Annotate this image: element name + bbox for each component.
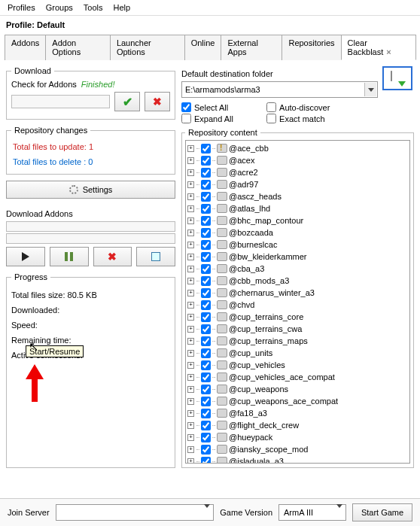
tree-checkbox[interactable]: [201, 409, 211, 418]
tab-clear-backblast[interactable]: Clear Backblast×: [341, 35, 416, 60]
expand-icon[interactable]: +: [187, 434, 194, 441]
check-cancel-button[interactable]: ✖: [145, 92, 170, 111]
tree-item[interactable]: +······@cup_terrains_maps: [187, 335, 408, 347]
expand-icon[interactable]: +: [187, 145, 194, 152]
tree-checkbox[interactable]: [201, 204, 211, 214]
tree-checkbox[interactable]: [201, 144, 211, 154]
tree-item[interactable]: +······@bw_kleiderkammer: [187, 251, 408, 263]
expand-icon[interactable]: +: [187, 446, 194, 453]
menu-tools[interactable]: Tools: [79, 2, 108, 14]
tree-checkbox[interactable]: [201, 433, 211, 442]
tree-item[interactable]: +······@chvd: [187, 299, 408, 311]
tree-item[interactable]: +······@iansky_scope_mod: [187, 443, 408, 455]
settings-button[interactable]: Settings: [6, 181, 175, 199]
expand-icon[interactable]: +: [187, 314, 194, 321]
expand-icon[interactable]: +: [187, 422, 194, 429]
tree-item[interactable]: +······@isladuala_a3: [187, 455, 408, 464]
expand-icon[interactable]: +: [187, 181, 194, 188]
expand-icon[interactable]: +: [187, 350, 194, 357]
tree-checkbox[interactable]: [201, 312, 211, 322]
tree-checkbox[interactable]: [201, 228, 211, 238]
tree-checkbox[interactable]: [201, 385, 211, 394]
expand-icon[interactable]: +: [187, 290, 194, 296]
exact-match-checkbox[interactable]: [266, 114, 276, 123]
tree-checkbox[interactable]: [201, 288, 211, 298]
tree-checkbox[interactable]: [201, 252, 211, 262]
expand-icon[interactable]: +: [187, 193, 194, 200]
tab-close-icon[interactable]: ×: [386, 47, 391, 56]
tree-checkbox[interactable]: [201, 360, 211, 370]
select-all-checkbox[interactable]: [181, 102, 191, 112]
expand-icon[interactable]: +: [187, 266, 194, 272]
tree-checkbox[interactable]: [201, 324, 211, 334]
tree-item[interactable]: +······@ace_cbb: [187, 142, 408, 154]
tree-item[interactable]: +······@bhc_map_contour: [187, 214, 408, 227]
expand-icon[interactable]: +: [187, 230, 194, 236]
sync-repo-button[interactable]: [382, 66, 412, 90]
auto-discover-checkbox[interactable]: [266, 102, 276, 112]
tree-checkbox[interactable]: [201, 397, 211, 406]
expand-icon[interactable]: +: [187, 374, 194, 381]
select-all-option[interactable]: Select All: [181, 102, 264, 112]
tree-item[interactable]: +······@cbb_mods_a3: [187, 275, 408, 287]
game-version-combo[interactable]: ArmA III: [278, 504, 346, 521]
tree-item[interactable]: +······@acre2: [187, 166, 408, 178]
expand-icon[interactable]: +: [187, 302, 194, 309]
auto-discover-option[interactable]: Auto-discover: [266, 102, 349, 112]
tree-checkbox[interactable]: [201, 336, 211, 346]
tree-item[interactable]: +······@cup_weapons: [187, 383, 408, 395]
expand-icon[interactable]: +: [187, 217, 194, 224]
tab-addon-options[interactable]: Addon Options: [45, 35, 111, 60]
tree-checkbox[interactable]: [201, 156, 211, 166]
tree-checkbox[interactable]: [201, 240, 211, 250]
tree-checkbox[interactable]: [201, 216, 211, 226]
tree-item[interactable]: +······@ascz_heads: [187, 190, 408, 202]
join-server-combo[interactable]: [56, 504, 215, 521]
tree-item[interactable]: +······@atlas_lhd: [187, 202, 408, 214]
tree-checkbox[interactable]: [201, 192, 211, 202]
expand-icon[interactable]: +: [187, 458, 194, 464]
tree-checkbox[interactable]: [201, 372, 211, 382]
expand-icon[interactable]: +: [187, 278, 194, 284]
tree-checkbox[interactable]: [201, 264, 211, 274]
tree-item[interactable]: +······@cup_weapons_ace_compat: [187, 395, 408, 407]
tree-item[interactable]: +······@cup_vehicles: [187, 359, 408, 371]
tree-item[interactable]: +······@cup_vehicles_ace_compat: [187, 371, 408, 383]
tree-item[interactable]: +······@burneslcac: [187, 239, 408, 251]
tree-checkbox[interactable]: [201, 457, 211, 464]
tab-addons[interactable]: Addons: [5, 35, 46, 60]
expand-icon[interactable]: +: [187, 169, 194, 176]
cancel-download-button[interactable]: ✖: [93, 247, 132, 266]
expand-icon[interactable]: +: [187, 386, 194, 393]
tree-item[interactable]: +······@flight_deck_crew: [187, 419, 408, 431]
expand-icon[interactable]: +: [187, 326, 194, 333]
tree-checkbox[interactable]: [201, 300, 211, 310]
tree-item[interactable]: +······@bozcaada: [187, 227, 408, 239]
tree-item[interactable]: +······@cup_terrains_core: [187, 311, 408, 323]
expand-icon[interactable]: +: [187, 254, 194, 260]
expand-icon[interactable]: +: [187, 205, 194, 212]
tree-checkbox[interactable]: [201, 421, 211, 430]
check-accept-button[interactable]: ✔: [114, 92, 140, 111]
tree-item[interactable]: +······@cup_terrains_cwa: [187, 323, 408, 335]
tree-item[interactable]: +······@hueypack: [187, 431, 408, 443]
tree-item[interactable]: +······@adr97: [187, 178, 408, 190]
expand-icon[interactable]: +: [187, 338, 194, 345]
expand-icon[interactable]: +: [187, 398, 194, 405]
expand-icon[interactable]: +: [187, 157, 194, 164]
start-resume-button[interactable]: [6, 247, 45, 266]
expand-icon[interactable]: +: [187, 362, 194, 369]
tree-item[interactable]: +······@fa18_a3: [187, 407, 408, 419]
tree-item[interactable]: +······@cba_a3: [187, 263, 408, 275]
pause-button[interactable]: [50, 247, 89, 266]
expand-all-checkbox[interactable]: [181, 114, 191, 123]
tree-checkbox[interactable]: [201, 180, 211, 190]
menu-groups[interactable]: Groups: [41, 2, 78, 14]
expand-icon[interactable]: +: [187, 242, 194, 248]
dest-folder-input[interactable]: [181, 81, 378, 98]
tree-item[interactable]: +······@acex: [187, 154, 408, 166]
expand-icon[interactable]: +: [187, 410, 194, 417]
tab-repositories[interactable]: Repositories: [282, 35, 341, 60]
tree-checkbox[interactable]: [201, 276, 211, 286]
repo-tree[interactable]: +······@ace_cbb+······@acex+······@acre2…: [185, 140, 410, 464]
